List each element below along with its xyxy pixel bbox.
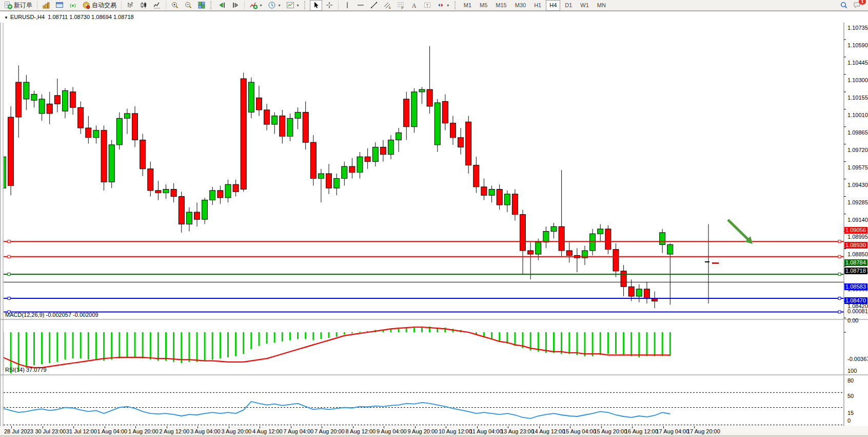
horizontal-line-button[interactable]	[354, 0, 367, 11]
line-chart-button[interactable]	[151, 0, 163, 11]
price-axis-tick: 1.09140	[847, 217, 868, 223]
timeframe-h1[interactable]: H1	[530, 0, 545, 11]
svg-text:A: A	[411, 2, 416, 9]
time-axis-label: 9 Aug 20:00	[408, 428, 438, 434]
line-handle	[8, 240, 10, 243]
price-axis-tick: 1.09285	[847, 199, 868, 205]
trend-arrow-annotation[interactable]	[728, 220, 753, 244]
price-axis-tick: 1.09575	[847, 164, 868, 170]
line-handle	[838, 297, 841, 300]
rsi-indicator	[3, 392, 844, 425]
timeframe-h4[interactable]: H4	[546, 0, 560, 11]
timeframe-m5[interactable]: M5	[476, 0, 491, 11]
text-icon: A	[410, 1, 418, 9]
line-handle	[838, 240, 841, 243]
timeframe-m30[interactable]: M30	[511, 0, 529, 11]
cursor-button[interactable]	[310, 0, 322, 11]
price-axis-tick: 1.10010	[847, 112, 868, 118]
price-axis-tick: 1.09720	[847, 147, 868, 153]
chat-button[interactable]: 1	[851, 0, 863, 11]
tile-windows-icon	[198, 1, 206, 9]
timeframe-d1[interactable]: D1	[561, 0, 576, 11]
crosshair-button[interactable]	[323, 0, 336, 11]
auto-scroll-icon	[218, 1, 226, 9]
signals-button[interactable]	[67, 0, 79, 11]
fibonacci-icon: F	[397, 1, 405, 9]
time-axis-label: 17 Aug 04:00	[656, 428, 689, 434]
indicators-icon	[249, 1, 258, 9]
chevron-down-icon[interactable]: ▼	[296, 4, 300, 7]
zoom-in-button[interactable]	[169, 0, 181, 11]
application-window: 新订单自动交易▼▼▼EFAT▼M1M5M15M30H1H4D1W1MN1 ▼EU…	[0, 0, 868, 437]
timeframe-h4-label: H4	[549, 2, 557, 8]
rsi-pane-label: RSI(14) 37.0779	[5, 367, 47, 373]
autotrading-icon	[82, 1, 90, 9]
horizontal-line-objects[interactable]	[4, 240, 844, 313]
macd-pane-label: MACD(12,26,9) -0.002057 -0.002009	[5, 312, 98, 318]
forming-bar-ask-tick	[712, 262, 719, 264]
arrows-button[interactable]: ▼	[435, 0, 452, 11]
time-axis[interactable]: 28 Jul 202330 Jul 23:0031 Jul 12:001 Aug…	[0, 426, 868, 435]
tile-windows-button[interactable]	[195, 0, 208, 11]
chevron-down-icon[interactable]: ▼	[446, 4, 450, 7]
line-handle	[8, 255, 10, 258]
new-order-icon	[4, 1, 12, 9]
search-button[interactable]	[838, 0, 850, 11]
vertical-line-button[interactable]	[341, 0, 353, 11]
time-axis-label: 3 Aug 04:00	[190, 428, 221, 434]
toolbar-grip[interactable]	[304, 1, 307, 9]
time-axis-label: 10 Aug 12:00	[439, 428, 472, 434]
timeframe-m15[interactable]: M15	[492, 0, 510, 11]
clock-icon	[268, 1, 276, 9]
toolbar-separator	[166, 1, 166, 9]
chevron-down-icon[interactable]: ▼	[278, 4, 281, 7]
bar-chart-button[interactable]	[124, 0, 136, 11]
candle-chart-button[interactable]	[137, 0, 150, 11]
templates-button[interactable]: ▼	[284, 0, 302, 11]
search-icon	[840, 1, 848, 9]
chart-shift-button[interactable]	[229, 0, 242, 11]
chart-canvas[interactable]	[0, 11, 868, 437]
arrows-icon	[437, 1, 445, 9]
templates-icon	[286, 1, 294, 9]
timeframe-m1[interactable]: M1	[460, 0, 475, 11]
line-handle	[8, 297, 10, 300]
timeframe-mn[interactable]: MN	[594, 0, 609, 11]
time-axis-label: 4 Aug 12:00	[252, 428, 283, 434]
price-axis-tick: 1.08995	[847, 234, 868, 240]
bid-price-tag: 1.08718	[844, 268, 867, 274]
timeframe-m15-label: M15	[496, 2, 506, 8]
text-label-button[interactable]: T	[421, 0, 433, 11]
macd-axis-tick: 0.000818	[847, 308, 868, 314]
line-handle	[838, 311, 841, 313]
svg-text:E: E	[389, 6, 391, 9]
timeframe-mn-label: MN	[597, 2, 606, 8]
timeframe-m5-label: M5	[480, 2, 487, 8]
fibonacci-button[interactable]: F	[394, 0, 407, 11]
line-handle	[8, 273, 10, 275]
price-line-tag: 1.09056	[844, 227, 867, 234]
indicators-button[interactable]: ▼	[247, 0, 265, 11]
zoom-out-icon	[184, 1, 192, 9]
autotrading-button[interactable]: 自动交易	[80, 0, 119, 11]
trendline-button[interactable]	[368, 0, 380, 11]
chart-shift-icon	[231, 1, 240, 9]
toolbar-grip[interactable]	[210, 1, 213, 9]
line-handle	[838, 273, 841, 275]
channel-button[interactable]: E	[381, 0, 393, 11]
time-axis-label: 15 Aug 04:00	[563, 428, 596, 434]
toolbar-grip[interactable]	[455, 1, 457, 9]
main-toolbar: 新订单自动交易▼▼▼EFAT▼M1M5M15M30H1H4D1W1MN1	[0, 0, 868, 11]
chevron-down-icon[interactable]: ▼	[259, 4, 263, 7]
time-axis-label: 28 Jul 2023	[4, 428, 33, 434]
time-axis-label: 8 Aug 12:00	[346, 428, 376, 434]
zoom-out-button[interactable]	[182, 0, 194, 11]
data-window-button[interactable]	[53, 0, 66, 11]
new-order-button[interactable]: 新订单	[2, 0, 34, 11]
text-button[interactable]: A	[408, 0, 420, 11]
periods-button[interactable]: ▼	[266, 0, 283, 11]
macd-indicator	[3, 327, 671, 373]
timeframe-w1[interactable]: W1	[577, 0, 593, 11]
auto-scroll-button[interactable]	[216, 0, 228, 11]
charts-button[interactable]	[40, 0, 52, 11]
